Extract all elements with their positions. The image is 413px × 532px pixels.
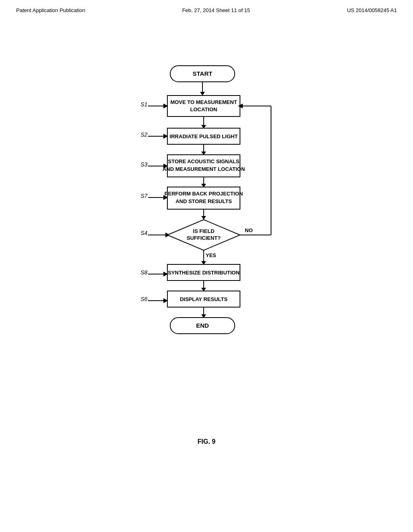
s8-text: SYNTHESIZE DISTRIBUTION [168,270,240,276]
s7-label: S7 [140,193,148,199]
s2-text: IRRADIATE PULSED LIGHT [170,133,238,139]
s6-text: DISPLAY RESULTS [180,296,228,302]
s7-text-line2: AND STORE RESULTS [175,198,232,204]
svg-marker-22 [201,216,206,220]
svg-rect-5 [167,96,240,116]
header-right: US 2014/0058245 A1 [347,7,397,13]
figure-label: FIG. 9 [102,438,311,445]
s4-label: S4 [140,230,147,236]
end-label: END [196,322,209,329]
s6-label: S6 [140,296,147,302]
start-label: START [193,70,213,77]
svg-marker-2 [200,92,205,96]
page-header: Patent Application Publication Feb. 27, … [0,0,413,13]
s4-text-line2: SUFFICIENT? [187,235,221,241]
header-left: Patent Application Publication [16,7,85,13]
s1-label: S1 [140,101,147,108]
s1-text-line1: MOVE TO MEASUREMENT [170,99,237,105]
s8-label: S8 [140,269,147,276]
flowchart: START S1 MOVE TO MEASUREMENT LOCATION S2… [102,62,311,445]
diagram-container: START S1 MOVE TO MEASUREMENT LOCATION S2… [0,46,413,445]
flowchart-svg: START S1 MOVE TO MEASUREMENT LOCATION S2… [102,62,311,424]
s1-text-line2: LOCATION [190,106,217,112]
s4-text-line1: IS FIELD [193,228,214,234]
s7-text-line1: PERFORM BACK PROJECTION [165,191,243,197]
yes-label: YES [206,252,216,258]
s3-text-line2: AND MEASUREMENT LOCATION [163,166,245,172]
s3-text-line1: STORE ACOUSTIC SIGNALS [168,158,240,164]
header-center: Feb. 27, 2014 Sheet 11 of 15 [182,7,250,13]
s2-label: S2 [140,131,147,138]
s3-label: S3 [140,161,147,168]
no-label: NO [245,227,253,233]
